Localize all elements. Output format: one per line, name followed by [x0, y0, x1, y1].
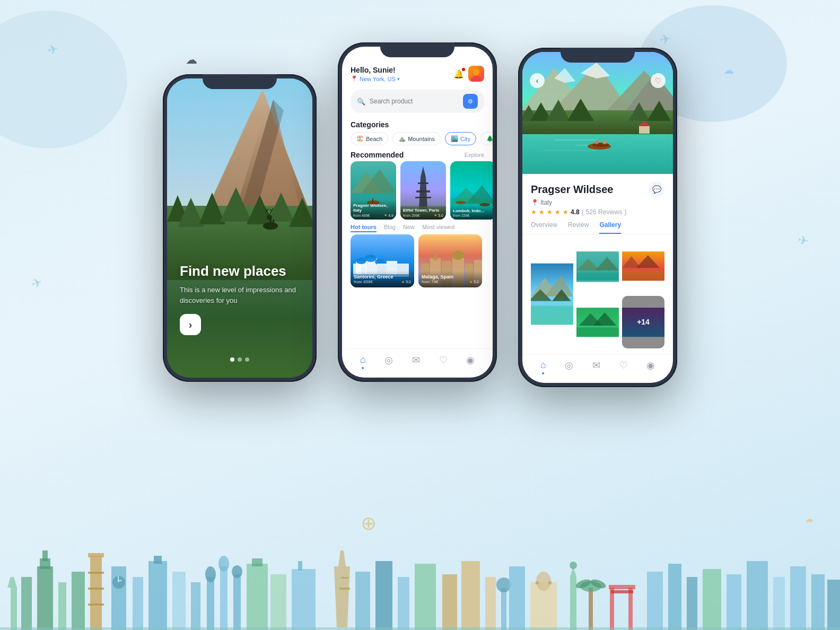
nav-mail[interactable]: ✉ [412, 354, 420, 369]
svg-rect-30 [270, 574, 286, 630]
svg-point-45 [496, 578, 511, 592]
svg-point-27 [232, 565, 242, 578]
svg-rect-39 [398, 577, 409, 630]
deco-plane-3: ✈ [797, 232, 810, 249]
rec-card-3[interactable]: Lombok, Indo... from 339€ [450, 161, 493, 220]
splash-title: Find new places [180, 263, 300, 279]
svg-rect-15 [118, 576, 119, 582]
location-row[interactable]: 📍 New York, US ▾ [351, 75, 400, 82]
city-icon: 🏙️ [451, 135, 458, 142]
detail-nav-favorites[interactable]: ♡ [619, 360, 628, 374]
svg-point-23 [205, 566, 216, 582]
svg-point-131 [452, 251, 465, 260]
gallery-item-2[interactable] [576, 240, 619, 293]
favorite-button[interactable]: ♡ [651, 73, 666, 88]
phone-home: Hello, Sunie! 📍 New York, US ▾ 🔔 [338, 42, 497, 382]
home-screen: Hello, Sunie! 📍 New York, US ▾ 🔔 [342, 47, 493, 378]
detail-tab-review[interactable]: Review [568, 221, 589, 234]
svg-rect-154 [639, 126, 650, 134]
splash-cta-button[interactable]: › [180, 314, 201, 335]
hot-card-santorini[interactable]: Santorini, Greece from 659€ ★5.0 [351, 234, 414, 287]
tab-new[interactable]: New [403, 224, 415, 232]
detail-nav-explore[interactable]: ◎ [565, 360, 573, 374]
svg-rect-44 [501, 588, 506, 630]
tab-most-viewed[interactable]: Most viewed [422, 224, 454, 232]
mail-icon: ✉ [412, 354, 420, 366]
rec-cards: Pragser Wildsee, Italy from 499€ ★4.9 [342, 161, 493, 220]
rec-card-1-price: from 499€ [353, 214, 370, 217]
deco-cloud-4: ☁ [805, 514, 813, 524]
filter-button[interactable]: ⚙ [463, 94, 478, 109]
user-icon: ◉ [466, 354, 475, 366]
search-bar[interactable]: 🔍 ⚙ [351, 90, 484, 113]
search-input[interactable] [370, 98, 459, 105]
detail-name-row: Pragser Wildsee 💬 [531, 181, 664, 197]
splash-arrow-icon: › [189, 319, 192, 331]
detail-tab-overview[interactable]: Overview [531, 221, 557, 234]
svg-rect-3 [37, 566, 53, 630]
nav-explore[interactable]: ◎ [384, 354, 393, 369]
bell-button[interactable]: 🔔 [453, 69, 464, 79]
location-pin-detail: 📍 [531, 199, 539, 206]
svg-rect-42 [461, 561, 480, 630]
gallery-item-4[interactable] [576, 296, 619, 349]
svg-point-91 [471, 76, 482, 82]
nav-home[interactable]: ⌂ [360, 354, 366, 369]
cat-beach[interactable]: 🏖️ Beach [351, 132, 388, 145]
detail-nav-home[interactable]: ⌂ [540, 360, 546, 374]
nav-favorites[interactable]: ♡ [439, 354, 448, 369]
mountains-icon: ⛰️ [398, 135, 406, 142]
gallery-item-more[interactable]: +14 [622, 296, 664, 349]
svg-rect-37 [355, 572, 370, 630]
svg-rect-12 [88, 603, 104, 606]
svg-rect-43 [485, 577, 496, 630]
detail-tab-gallery[interactable]: Gallery [599, 221, 621, 234]
svg-rect-31 [292, 569, 316, 630]
svg-rect-169 [622, 270, 664, 281]
detail-nav-profile[interactable]: ◉ [646, 360, 655, 374]
detail-home-dot [542, 372, 544, 374]
chat-button[interactable]: 💬 [649, 181, 664, 197]
svg-rect-46 [509, 566, 525, 630]
cat-city[interactable]: 🏙️ City [445, 132, 476, 145]
explore-link[interactable]: Explore [465, 152, 484, 158]
svg-rect-61 [611, 590, 633, 593]
gallery-item-3[interactable] [622, 240, 664, 293]
svg-rect-147 [554, 139, 597, 141]
user-avatar[interactable] [468, 66, 484, 82]
svg-rect-32 [298, 561, 302, 571]
nav-profile[interactable]: ◉ [466, 354, 475, 369]
svg-point-109 [456, 201, 466, 204]
rec-card-2[interactable]: Eiffel Tower, Paris from 299€ ★5.0 [400, 161, 446, 220]
gallery-item-1[interactable] [531, 240, 573, 348]
detail-user-icon: ◉ [646, 360, 655, 371]
detail-location-icon: ◎ [565, 360, 573, 371]
svg-rect-67 [747, 561, 768, 630]
svg-rect-17 [133, 577, 143, 630]
rec-card-1-rating: ★4.9 [384, 213, 393, 217]
tab-hot-tours[interactable]: Hot tours [351, 224, 377, 232]
forest-icon: 🌲 [486, 135, 493, 142]
cat-forest[interactable]: 🌲 [480, 132, 493, 145]
detail-nav-mail[interactable]: ✉ [592, 360, 600, 374]
dot-3[interactable] [245, 357, 249, 362]
dot-1[interactable] [230, 357, 234, 362]
city-skyline [0, 535, 840, 630]
svg-rect-9 [88, 553, 104, 557]
rating-number: 4.8 [571, 208, 580, 216]
tab-blog[interactable]: Blog [384, 224, 396, 232]
back-button[interactable]: ‹ [530, 73, 545, 88]
rec-card-1[interactable]: Pragser Wildsee, Italy from 499€ ★4.9 [351, 161, 396, 220]
cat-mountains[interactable]: ⛰️ Mountains [392, 132, 441, 145]
rec-card-1-name: Pragser Wildsee, Italy [353, 203, 393, 213]
city-label: City [460, 136, 470, 142]
detail-mail-icon: ✉ [592, 360, 600, 371]
tabs-row: Hot tours Blog New Most viewed [342, 220, 493, 234]
reviews-text: 526 Reviews [586, 208, 623, 216]
hot-card-malaga[interactable]: Malaga, Spain from 79€ ★5.0 [418, 234, 482, 287]
svg-rect-41 [442, 574, 457, 630]
dot-2[interactable] [238, 357, 242, 362]
svg-rect-66 [727, 574, 741, 630]
svg-point-25 [218, 556, 229, 572]
notification-dot [462, 68, 465, 71]
